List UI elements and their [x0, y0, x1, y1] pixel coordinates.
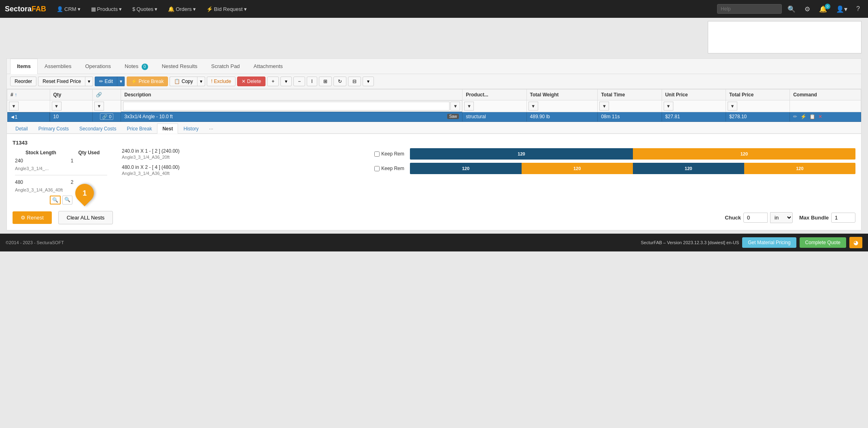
- search-nav-icon[interactable]: 🔍: [784, 4, 799, 15]
- toggle-button[interactable]: ◕: [849, 237, 862, 248]
- tab-notes[interactable]: Notes 0: [118, 59, 155, 74]
- max-bundle-input[interactable]: [831, 213, 855, 223]
- chuck-unit-select[interactable]: in mm: [770, 212, 793, 223]
- col-total-price: Total Price: [726, 89, 789, 100]
- chuck-group: Chuck in mm: [725, 212, 793, 223]
- nav-orders[interactable]: 🔔 Orders ▾: [164, 4, 200, 14]
- tab-items[interactable]: Items: [10, 59, 38, 74]
- add-dropdown[interactable]: ▾: [280, 77, 292, 86]
- nest-id: T1343: [13, 140, 855, 146]
- keep-rem-checkbox-2[interactable]: Keep Rem: [374, 166, 407, 171]
- exclude-button[interactable]: ! Exclude: [207, 77, 236, 86]
- filter-description-input[interactable]: [123, 102, 450, 111]
- filter-weight-icon[interactable]: ▼: [528, 102, 538, 111]
- edit-group: ✏ Edit ▾: [95, 77, 125, 86]
- sub-tabs-row: Detail Primary Costs Secondary Costs Pri…: [7, 122, 861, 134]
- cell-product: structural: [463, 112, 526, 122]
- sub-tab-price-break[interactable]: Price Break: [121, 124, 157, 134]
- row-delete-icon[interactable]: ✕: [818, 114, 822, 119]
- keep-rem-checkbox-1[interactable]: Keep Rem: [374, 151, 407, 157]
- user-menu[interactable]: 👤▾: [833, 4, 851, 15]
- nest-panel: T1343 Stock Length Qty Used 240: [7, 134, 861, 230]
- sub-tab-primary-costs[interactable]: Primary Costs: [33, 124, 74, 134]
- more-button[interactable]: ▾: [363, 77, 374, 86]
- filter-number-icon[interactable]: ▼: [9, 102, 19, 111]
- edit-button[interactable]: ✏ Edit: [95, 77, 117, 86]
- get-material-pricing-button[interactable]: Get Material Pricing: [742, 237, 796, 248]
- help-icon[interactable]: ?: [853, 4, 863, 14]
- row-bolt-icon[interactable]: ⚡: [800, 114, 806, 119]
- complete-quote-button[interactable]: Complete Quote: [800, 237, 846, 248]
- nav-products[interactable]: ▦ Products ▾: [87, 4, 126, 14]
- brand-logo[interactable]: SectoraFAB: [5, 5, 46, 13]
- cell-total-time: 08m 11s: [598, 112, 662, 122]
- person-icon: 👤: [57, 6, 63, 12]
- sub-tab-more[interactable]: ···: [204, 124, 219, 134]
- nest-stock-row-1: 240 1: [13, 157, 109, 164]
- refresh-button[interactable]: ↻: [333, 77, 346, 86]
- copy-dropdown[interactable]: ▾: [197, 77, 205, 86]
- filter-desc-icon[interactable]: ▼: [450, 102, 460, 111]
- tab-operations[interactable]: Operations: [78, 59, 118, 74]
- toolbar: Reorder Reset Fixed Price ▾ ✏ Edit ▾ ⚡ P…: [7, 74, 861, 89]
- tab-nested-results[interactable]: Nested Results: [155, 59, 204, 74]
- table-row[interactable]: ◀ 1 10 🔗 0 3x3x1/4 Angle - 10.0 ft Saw s…: [7, 112, 861, 122]
- sub-tab-detail[interactable]: Detail: [10, 124, 33, 134]
- sub-tab-secondary-costs[interactable]: Secondary Costs: [74, 124, 121, 134]
- progress-track-1: 120 120: [410, 148, 855, 160]
- search-icon-1[interactable]: 🔍: [50, 196, 61, 204]
- tab-attachments[interactable]: Attachments: [247, 59, 290, 74]
- progress-orange-2b: 120: [744, 163, 855, 174]
- nest-stock-length-1: 240: [13, 157, 68, 164]
- filter-total-price-icon[interactable]: ▼: [728, 102, 737, 111]
- col-product: Product...: [463, 89, 526, 100]
- filter-time-icon[interactable]: ▼: [599, 102, 609, 111]
- nest-info-sub-1: Angle3_3_1/4_A36_20ft: [122, 155, 362, 160]
- nav-quotes[interactable]: $ Quotes ▾: [128, 4, 161, 14]
- filter-row: ▼ ▼ ▼ ▼ ▼ ▼ ▼ ▼ ▼: [7, 100, 861, 112]
- cell-qty: 10: [50, 112, 93, 122]
- nest-stock-length-2: 480: [13, 179, 68, 186]
- delete-button[interactable]: ✕ Delete: [237, 77, 265, 86]
- price-break-button[interactable]: ⚡ Price Break: [127, 77, 168, 86]
- bid-icon: ⚡: [206, 6, 213, 12]
- progress-orange-1: 120: [633, 148, 855, 160]
- filter-link-icon[interactable]: ▼: [94, 102, 104, 111]
- settings-icon[interactable]: ⚙: [801, 4, 813, 15]
- filter-button[interactable]: ⊞: [319, 77, 332, 86]
- renest-button[interactable]: ⚙ Renest: [13, 211, 52, 224]
- add-button[interactable]: +: [267, 77, 279, 86]
- brand-accent: FAB: [32, 5, 46, 13]
- nav-crm[interactable]: 👤 CRM ▾: [53, 4, 85, 14]
- sub-tab-history[interactable]: History: [178, 124, 204, 134]
- clear-all-nests-button[interactable]: Clear ALL Nests: [58, 211, 113, 224]
- tab-assemblies[interactable]: Assemblies: [38, 59, 78, 74]
- minus-button[interactable]: −: [293, 77, 305, 86]
- edit-dropdown[interactable]: ▾: [117, 77, 125, 86]
- columns-button[interactable]: ⊟: [348, 77, 361, 86]
- cell-number: ◀ 1: [7, 112, 50, 122]
- help-search-input[interactable]: [717, 4, 782, 14]
- sub-tab-nest[interactable]: Nest: [157, 124, 178, 134]
- reset-fixed-price-dropdown[interactable]: ▾: [85, 77, 93, 86]
- filter-unit-price-icon[interactable]: ▼: [664, 102, 673, 111]
- reorder-button[interactable]: Reorder: [10, 77, 36, 86]
- tabs-container: Items Assemblies Operations Notes 0 Nest…: [6, 58, 862, 230]
- text-button[interactable]: I: [307, 77, 317, 86]
- notification-badge: 0: [825, 4, 830, 9]
- reset-fixed-price-button[interactable]: Reset Fixed Price: [38, 77, 85, 86]
- search-icon-2[interactable]: 🔍: [62, 196, 72, 204]
- cell-total-price: $278.10: [726, 112, 789, 122]
- chuck-input[interactable]: [743, 213, 768, 223]
- tab-scratch-pad[interactable]: Scratch Pad: [204, 59, 247, 74]
- sort-up-icon[interactable]: ↑: [15, 92, 17, 98]
- col-total-weight: Total Weight: [526, 89, 598, 100]
- row-edit-icon[interactable]: ✏: [793, 114, 797, 119]
- filter-product-icon[interactable]: ▼: [464, 102, 474, 111]
- notifications-icon[interactable]: 🔔 0: [816, 4, 830, 15]
- saw-badge: Saw: [447, 114, 459, 119]
- copy-button[interactable]: 📋 Copy: [170, 77, 197, 86]
- row-copy-icon[interactable]: 📋: [809, 114, 815, 119]
- filter-qty-icon[interactable]: ▼: [52, 102, 62, 111]
- nav-bid-request[interactable]: ⚡ Bid Request ▾: [202, 4, 251, 14]
